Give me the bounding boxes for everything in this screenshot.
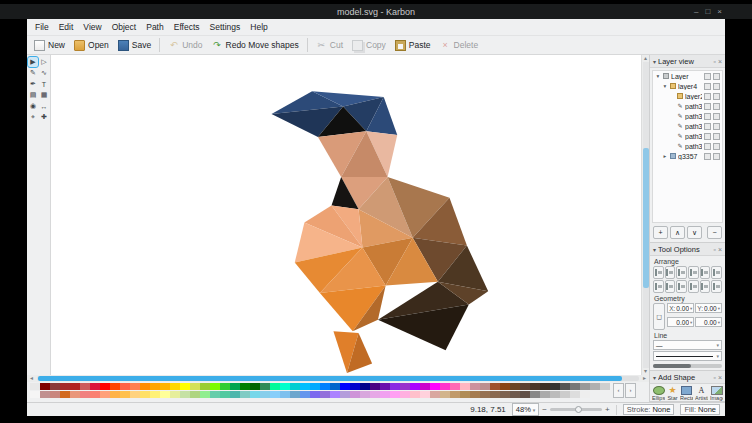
- menu-view[interactable]: View: [78, 19, 106, 35]
- palette-swatch[interactable]: [510, 383, 520, 390]
- shape-image[interactable]: Image: [710, 386, 723, 401]
- menu-object[interactable]: Object: [107, 19, 142, 35]
- hscroll-thumb[interactable]: [38, 376, 622, 381]
- palette-swatch[interactable]: [240, 391, 250, 398]
- vertical-scrollbar[interactable]: ▴ ▾: [641, 55, 649, 375]
- ungroup-objects-button[interactable]: [688, 280, 699, 293]
- palette-swatch[interactable]: [40, 391, 50, 398]
- distribute-v-button[interactable]: [665, 280, 676, 293]
- expander-icon[interactable]: ▾: [655, 73, 661, 79]
- pencil-tool[interactable]: ✎: [28, 68, 38, 78]
- gradient-tool[interactable]: ▤: [28, 90, 38, 100]
- lock-icon[interactable]: [713, 143, 720, 150]
- lower-object-button[interactable]: [711, 280, 722, 293]
- docker-collapse-icon[interactable]: ▾: [653, 246, 656, 253]
- palette-swatch[interactable]: [210, 383, 220, 390]
- docker-close-icon[interactable]: ×: [718, 374, 722, 381]
- palette-swatch[interactable]: [430, 391, 440, 398]
- visibility-icon[interactable]: [704, 73, 711, 80]
- palette-swatch[interactable]: [110, 391, 120, 398]
- lock-icon[interactable]: [713, 113, 720, 120]
- stroke-indicator[interactable]: Stroke: None: [623, 404, 675, 415]
- horizontal-scrollbar[interactable]: ◂ ▸: [27, 375, 649, 382]
- lock-icon[interactable]: [713, 93, 720, 100]
- zoom-in-icon[interactable]: +: [605, 404, 610, 415]
- palette-swatch[interactable]: [480, 383, 490, 390]
- width-field[interactable]: 0.00 ▾: [667, 317, 694, 327]
- vscroll-thumb[interactable]: [643, 148, 649, 289]
- layer-row[interactable]: ✎path3911: [653, 141, 722, 151]
- palette-swatch[interactable]: [120, 391, 130, 398]
- palette-swatch[interactable]: [40, 383, 50, 390]
- align-bottom-button[interactable]: [711, 266, 722, 279]
- docker-close-icon[interactable]: ×: [718, 58, 722, 65]
- palette-swatch[interactable]: [570, 391, 580, 398]
- pan-tool[interactable]: ✚: [39, 112, 49, 122]
- palette-swatch[interactable]: [380, 383, 390, 390]
- palette-swatch[interactable]: [190, 391, 200, 398]
- palette-swatch[interactable]: [540, 391, 550, 398]
- palette-swatch[interactable]: [330, 383, 340, 390]
- shape-edit-tool[interactable]: ▷: [39, 57, 49, 67]
- palette-swatch[interactable]: [250, 383, 260, 390]
- palette-scroll-left-icon[interactable]: ‹: [613, 383, 624, 398]
- docker-scrollbar[interactable]: [653, 364, 722, 368]
- palette-swatch[interactable]: [570, 383, 580, 390]
- palette-swatch[interactable]: [520, 383, 530, 390]
- palette-swatch[interactable]: [450, 383, 460, 390]
- canvas[interactable]: [51, 55, 641, 375]
- docker-close-icon[interactable]: ×: [718, 246, 722, 253]
- menu-help[interactable]: Help: [245, 19, 272, 35]
- palette-swatch[interactable]: [140, 383, 150, 390]
- visibility-icon[interactable]: [704, 83, 711, 90]
- visibility-icon[interactable]: [704, 123, 711, 130]
- hscroll-track[interactable]: [37, 376, 639, 381]
- palette-swatch[interactable]: [130, 383, 140, 390]
- palette-swatch[interactable]: [130, 391, 140, 398]
- palette-swatch[interactable]: [370, 391, 380, 398]
- palette-swatch[interactable]: [30, 383, 40, 390]
- palette-swatch[interactable]: [330, 391, 340, 398]
- minimize-icon[interactable]: –: [694, 4, 698, 19]
- spin-arrows-icon[interactable]: ▾: [690, 306, 692, 311]
- redo-button[interactable]: ↷Redo Move shapes: [208, 38, 303, 53]
- select-tool[interactable]: ▶: [28, 57, 38, 67]
- palette-swatch[interactable]: [150, 383, 160, 390]
- maximize-icon[interactable]: □: [705, 4, 710, 19]
- palette-swatch[interactable]: [220, 391, 230, 398]
- spin-arrows-icon[interactable]: ▾: [690, 320, 692, 325]
- zoom-tool[interactable]: ⌖: [28, 112, 38, 122]
- palette-swatch[interactable]: [190, 383, 200, 390]
- lock-icon[interactable]: [713, 153, 720, 160]
- shape-ellipse[interactable]: Ellipse: [652, 386, 665, 401]
- lock-icon[interactable]: [713, 133, 720, 140]
- palette-swatch[interactable]: [550, 383, 560, 390]
- visibility-icon[interactable]: [704, 153, 711, 160]
- palette-swatch[interactable]: [350, 391, 360, 398]
- paste-button[interactable]: Paste: [391, 38, 435, 53]
- palette-swatch[interactable]: [400, 391, 410, 398]
- palette-swatch[interactable]: [510, 391, 520, 398]
- palette-swatch[interactable]: [560, 383, 570, 390]
- layer-row[interactable]: layer2: [653, 91, 722, 101]
- scroll-left-icon[interactable]: ◂: [27, 375, 36, 382]
- spin-arrows-icon[interactable]: ▾: [718, 306, 720, 311]
- layer-row[interactable]: ✎path3913: [653, 131, 722, 141]
- palette-swatch[interactable]: [70, 391, 80, 398]
- palette-swatch[interactable]: [290, 391, 300, 398]
- height-field[interactable]: 0.00 ▾: [695, 317, 722, 327]
- palette-swatch[interactable]: [140, 391, 150, 398]
- layer-row[interactable]: ✎path3917: [653, 111, 722, 121]
- lower-layer-button[interactable]: ∨: [687, 226, 702, 239]
- scroll-right-icon[interactable]: ▸: [640, 375, 649, 382]
- palette-swatch[interactable]: [120, 383, 130, 390]
- measure-tool[interactable]: ↔: [39, 101, 49, 111]
- layer-row[interactable]: ▸g3357: [653, 151, 722, 161]
- palette-swatch[interactable]: [390, 383, 400, 390]
- shape-rectangle[interactable]: Rectan: [680, 386, 693, 401]
- pattern-tool[interactable]: ▦: [39, 90, 49, 100]
- palette-swatch[interactable]: [280, 391, 290, 398]
- palette-swatch[interactable]: [530, 391, 540, 398]
- palette-swatch[interactable]: [260, 383, 270, 390]
- docker-float-icon[interactable]: ▫: [713, 374, 715, 381]
